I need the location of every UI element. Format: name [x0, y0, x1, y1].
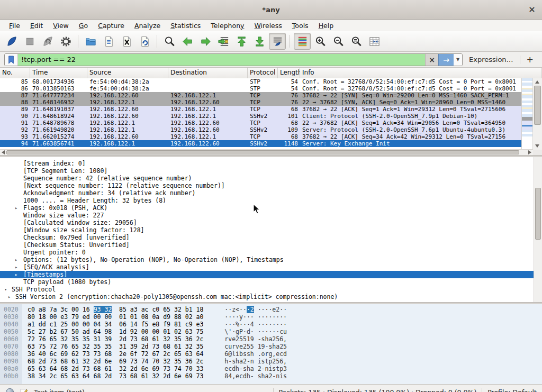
- packet-row-90[interactable]: 9071.648618924192.168.122.60192.168.122.…: [0, 113, 522, 120]
- detail-line[interactable]: ▸[Timestamps]: [0, 271, 542, 278]
- menu-go[interactable]: Go: [74, 21, 93, 31]
- display-filter-input[interactable]: !tcp.port == 22: [18, 54, 425, 66]
- detail-line[interactable]: Checksum: 0x79ed [unverified]: [0, 234, 542, 241]
- resize-columns-button[interactable]: [366, 33, 383, 50]
- reload-capture-file-button[interactable]: [136, 33, 153, 50]
- menu-telephony[interactable]: Telephony: [206, 21, 249, 31]
- packet-list-vertical-scrollbar[interactable]: [532, 78, 542, 150]
- display-filter-field[interactable]: !tcp.port == 22 × → ▼: [4, 53, 463, 66]
- detail-line[interactable]: [Window size scaling factor: 128]: [0, 226, 542, 234]
- details-vertical-scrollbar[interactable]: [534, 157, 542, 302]
- column-header-destination[interactable]: Destination: [168, 68, 248, 78]
- column-header-length[interactable]: Length: [278, 68, 300, 78]
- detail-line[interactable]: [Stream index: 0]: [0, 160, 542, 167]
- capture-comment-pencil-icon[interactable]: [20, 388, 29, 392]
- column-header-time[interactable]: Time: [30, 68, 87, 78]
- zoom-in-button[interactable]: [312, 33, 329, 50]
- open-capture-file-button[interactable]: [82, 33, 99, 50]
- go-to-packet-button[interactable]: [215, 33, 232, 50]
- packet-row-85[interactable]: 8568.001734936fe:54:00:d4:38:2aSTP54Conf…: [0, 78, 522, 85]
- packet-row-93[interactable]: 9371.662015274192.168.122.60192.168.122.…: [0, 133, 522, 140]
- collapsed-arrow-icon[interactable]: ▸: [15, 271, 17, 278]
- stop-capture-button[interactable]: [21, 33, 38, 50]
- menu-statistics[interactable]: Statistics: [166, 21, 206, 31]
- detail-line[interactable]: ▸[SEQ/ACK analysis]: [0, 263, 542, 271]
- detail-line[interactable]: TCP payload (1080 bytes): [0, 278, 542, 286]
- menu-view[interactable]: View: [48, 21, 74, 31]
- packet-row-86[interactable]: 8670.013850163fe:54:00:d4:38:2aSTP54Conf…: [0, 85, 522, 92]
- expert-info-icon[interactable]: [5, 388, 14, 392]
- hex-row-00b0[interactable]: 00b038 34 2c 65 63 64 68 2d 73 68 61 32 …: [0, 372, 542, 380]
- add-filter-button[interactable]: +: [525, 54, 538, 65]
- collapsed-arrow-icon[interactable]: ▸: [15, 263, 17, 271]
- expression-button[interactable]: Expression…: [467, 56, 516, 63]
- detail-line[interactable]: [Checksum Status: Unverified]: [0, 241, 542, 249]
- horizontal-scrollbar-thumb[interactable]: [6, 150, 519, 154]
- go-forward-button[interactable]: [197, 33, 214, 50]
- detail-line[interactable]: Sequence number: 42 (relative sequence n…: [0, 175, 542, 182]
- scroll-left-arrow-icon[interactable]: [2, 150, 5, 154]
- filter-history-dropdown[interactable]: ▼: [454, 54, 462, 66]
- hex-row-0080[interactable]: 008036 40 6c 69 62 73 73 68 2e 6f 72 67 …: [0, 350, 542, 358]
- hex-row-0040[interactable]: 0040a1 dd c1 25 00 00 04 34 06 14 f5 e8 …: [0, 321, 542, 328]
- close-capture-file-button[interactable]: [118, 33, 135, 50]
- detail-line[interactable]: Urgent pointer: 0: [0, 249, 542, 256]
- colorize-packets-button[interactable]: [294, 33, 311, 50]
- collapsed-arrow-icon[interactable]: ▸: [15, 256, 17, 263]
- detail-line[interactable]: ▸SSH Version 2 (encryption:chacha20-poly…: [0, 293, 542, 300]
- detail-line[interactable]: ▾SSH Protocol: [0, 286, 542, 293]
- menu-edit[interactable]: Edit: [25, 21, 48, 31]
- packet-row-92[interactable]: 9271.661949820192.168.122.1192.168.122.6…: [0, 126, 522, 133]
- hex-row-00a0[interactable]: 00a065 63 64 68 2d 73 68 61 32 2d 6e 69 …: [0, 365, 542, 372]
- filter-clear-button[interactable]: ×: [425, 54, 438, 66]
- packet-row-87[interactable]: 8771.647777234192.168.122.60192.168.122.…: [0, 92, 522, 99]
- detail-line[interactable]: Acknowledgment number: 34 (relative ack …: [0, 189, 542, 197]
- title-bar[interactable]: *any ×: [0, 0, 542, 20]
- restart-capture-button[interactable]: [39, 33, 56, 50]
- hex-row-0070[interactable]: 007063 75 72 76 65 32 35 35 31 39 2d 73 …: [0, 343, 542, 350]
- find-packet-button[interactable]: [161, 33, 178, 50]
- menu-capture[interactable]: Capture: [93, 21, 130, 31]
- packet-row-94[interactable]: 9471.663856741192.168.122.1192.168.122.6…: [0, 140, 522, 147]
- hex-row-0030[interactable]: 003080 18 00 e3 79 ed 00 00 01 01 08 0a …: [0, 313, 542, 321]
- start-capture-button[interactable]: [3, 33, 20, 50]
- hex-row-0020[interactable]: 0020c0 a8 7a 3c 00 16 93 32 85 a3 ac c0 …: [0, 306, 542, 313]
- close-window-button[interactable]: ×: [526, 4, 538, 15]
- collapsed-arrow-icon[interactable]: ▸: [8, 293, 11, 300]
- zoom-out-button[interactable]: [330, 33, 347, 50]
- details-scrollbar-thumb[interactable]: [535, 188, 541, 240]
- packet-list-horizontal-scrollbar[interactable]: [0, 149, 533, 155]
- hex-row-0090[interactable]: 009068 2d 73 68 61 32 2d 6e 69 73 74 70 …: [0, 358, 542, 365]
- vertical-scrollbar-thumb[interactable]: [534, 86, 541, 125]
- packet-row-88[interactable]: 8871.648146932192.168.122.1192.168.122.6…: [0, 99, 522, 106]
- menu-help[interactable]: Help: [314, 21, 339, 31]
- detail-line[interactable]: [TCP Segment Len: 1080]: [0, 167, 542, 175]
- menu-file[interactable]: File: [4, 21, 25, 31]
- detail-line[interactable]: [Calculated window size: 29056]: [0, 219, 542, 226]
- filter-bookmark-button[interactable]: [5, 54, 18, 66]
- scroll-down-arrow-icon[interactable]: [535, 144, 539, 148]
- detail-line[interactable]: Window size value: 227: [0, 212, 542, 219]
- packet-list-minimap[interactable]: [521, 78, 533, 150]
- zoom-original-button[interactable]: [348, 33, 365, 50]
- go-back-button[interactable]: [179, 33, 196, 50]
- profile-selector[interactable]: Profile: Default: [487, 388, 537, 392]
- packet-row-91[interactable]: 9171.648789678192.168.122.1192.168.122.6…: [0, 120, 522, 126]
- scroll-right-arrow-icon[interactable]: [528, 150, 531, 154]
- hex-row-0050[interactable]: 00505c 27 b2 67 50 ad 64 98 1d 92 00 00 …: [0, 328, 542, 335]
- auto-scroll-button[interactable]: [269, 33, 286, 50]
- hex-row-0060[interactable]: 006072 76 65 32 35 35 31 39 2d 73 68 61 …: [0, 335, 542, 343]
- column-header-protocol[interactable]: Protocol: [248, 68, 278, 78]
- detail-line[interactable]: ▸Options: (12 bytes), No-Operation (NOP)…: [0, 256, 542, 263]
- menu-tools[interactable]: Tools: [287, 21, 314, 31]
- expanded-arrow-icon[interactable]: ▾: [4, 286, 7, 293]
- column-header-info[interactable]: Info: [300, 68, 542, 78]
- collapsed-arrow-icon[interactable]: ▸: [15, 204, 17, 212]
- scroll-up-arrow-icon[interactable]: [535, 80, 539, 84]
- detail-line[interactable]: 1000 .... = Header Length: 32 bytes (8): [0, 197, 542, 204]
- capture-options-button[interactable]: [57, 33, 74, 50]
- go-last-packet-button[interactable]: [251, 33, 268, 50]
- detail-line[interactable]: ▸Flags: 0x018 (PSH, ACK): [0, 204, 542, 212]
- column-header-no[interactable]: No.: [0, 68, 30, 78]
- packet-row-89[interactable]: 8971.648191037192.168.122.60192.168.122.…: [0, 106, 522, 113]
